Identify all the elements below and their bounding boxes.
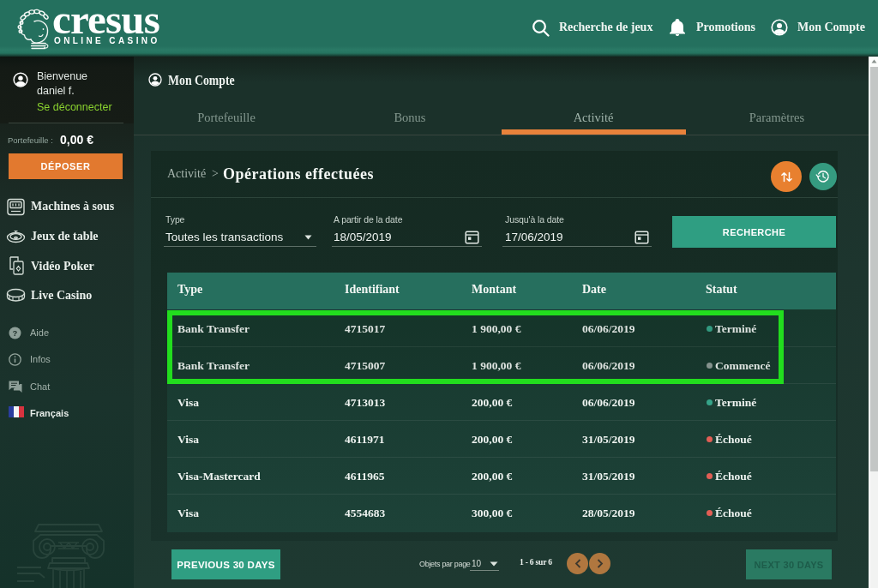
svg-text:?: ?	[13, 328, 18, 338]
